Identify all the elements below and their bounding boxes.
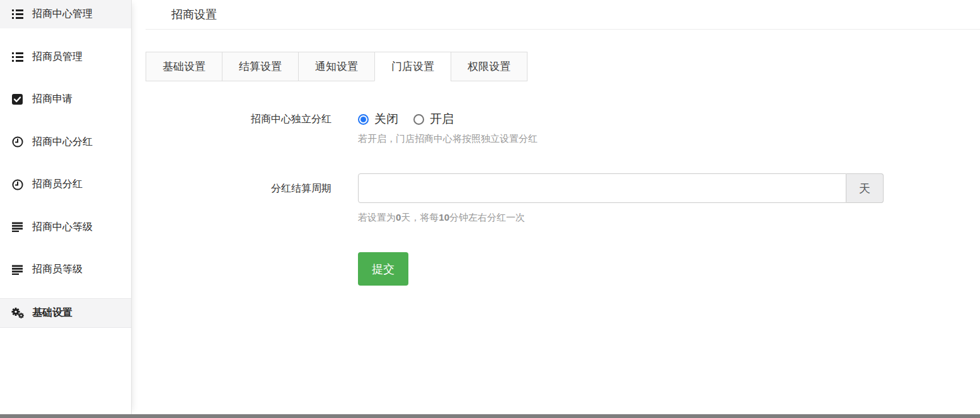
breadcrumb: 招商设置 bbox=[146, 0, 980, 30]
independent-dividend-radio-group: 关闭 开启 bbox=[358, 112, 538, 127]
tab-settlement-settings[interactable]: 结算设置 bbox=[222, 52, 299, 81]
sidebar-item-merchant-center-management[interactable]: 招商中心管理 bbox=[0, 0, 131, 28]
main-content: 招商设置 基础设置 结算设置 通知设置 门店设置 权限设置 招商中心独立分红 关… bbox=[132, 0, 980, 286]
independent-dividend-help: 若开启，门店招商中心将按照独立设置分红 bbox=[358, 133, 538, 144]
store-settings-form: 招商中心独立分红 关闭 开启 若开启，门店招商中心将按照独立设置分红 分红结算周… bbox=[132, 112, 980, 286]
settlement-cycle-label: 分红结算周期 bbox=[132, 173, 331, 223]
radio-unselected-icon[interactable] bbox=[413, 114, 424, 125]
submit-button[interactable]: 提交 bbox=[358, 252, 408, 286]
sidebar-item-label: 基础设置 bbox=[32, 306, 72, 320]
radio-option-off[interactable]: 关闭 bbox=[358, 111, 398, 127]
sidebar-item-label: 招商中心分红 bbox=[32, 136, 93, 149]
sidebar-item-merchant-center-level[interactable]: 招商中心等级 bbox=[0, 213, 131, 241]
help-text-part: 分钟左右分红一次 bbox=[449, 212, 525, 223]
tab-notification-settings[interactable]: 通知设置 bbox=[298, 52, 375, 81]
bottom-scrollbar[interactable] bbox=[0, 414, 980, 418]
sidebar-item-merchant-staff-dividend[interactable]: 招商员分红 bbox=[0, 170, 131, 199]
sidebar-item-merchant-staff-management[interactable]: 招商员管理 bbox=[0, 43, 131, 71]
tab-basic-settings[interactable]: 基础设置 bbox=[146, 52, 222, 81]
list-icon bbox=[11, 52, 24, 62]
clock-icon bbox=[11, 136, 24, 148]
radio-selected-icon[interactable] bbox=[358, 114, 369, 125]
radio-option-label: 开启 bbox=[430, 111, 454, 127]
sidebar-item-merchant-center-dividend[interactable]: 招商中心分红 bbox=[0, 128, 131, 156]
sidebar-item-label: 招商中心管理 bbox=[32, 8, 93, 21]
align-left-icon bbox=[11, 222, 24, 232]
help-text-part: 天，将每 bbox=[401, 212, 439, 223]
sidebar-item-label: 招商员分红 bbox=[32, 178, 83, 191]
cogs-icon bbox=[11, 307, 24, 318]
settlement-cycle-input[interactable] bbox=[358, 173, 846, 203]
sidebar: 招商中心管理 招商员管理 招商申请 招商中心分红 bbox=[0, 0, 132, 414]
list-icon bbox=[11, 9, 24, 20]
align-left-icon bbox=[11, 265, 24, 275]
radio-option-label: 关闭 bbox=[374, 111, 398, 127]
settings-tabs: 基础设置 结算设置 通知设置 门店设置 权限设置 bbox=[146, 52, 980, 81]
sidebar-item-label: 招商员管理 bbox=[32, 50, 83, 64]
sidebar-item-label: 招商申请 bbox=[32, 93, 72, 106]
radio-option-on[interactable]: 开启 bbox=[413, 111, 454, 127]
sidebar-item-label: 招商员等级 bbox=[32, 263, 83, 276]
sidebar-item-label: 招商中心等级 bbox=[32, 221, 93, 234]
check-square-icon bbox=[11, 94, 24, 105]
tab-store-settings[interactable]: 门店设置 bbox=[374, 52, 451, 81]
settlement-cycle-help: 若设置为0天，将每10分钟左右分红一次 bbox=[358, 212, 884, 223]
independent-dividend-label: 招商中心独立分红 bbox=[132, 112, 331, 144]
tab-permission-settings[interactable]: 权限设置 bbox=[451, 52, 527, 81]
clock-icon bbox=[11, 179, 24, 190]
sidebar-item-merchant-application[interactable]: 招商申请 bbox=[0, 85, 131, 113]
sidebar-item-basic-settings[interactable]: 基础设置 bbox=[0, 298, 131, 328]
unit-addon: 天 bbox=[846, 173, 884, 203]
settlement-cycle-input-group: 天 bbox=[358, 173, 884, 203]
page-title: 招商设置 bbox=[171, 7, 217, 22]
sidebar-item-merchant-staff-level[interactable]: 招商员等级 bbox=[0, 255, 131, 284]
independent-dividend-row: 招商中心独立分红 关闭 开启 若开启，门店招商中心将按照独立设置分红 bbox=[132, 112, 980, 144]
help-number: 10 bbox=[439, 212, 449, 223]
help-text-part: 若设置为 bbox=[358, 212, 396, 223]
settlement-cycle-row: 分红结算周期 天 若设置为0天，将每10分钟左右分红一次 bbox=[132, 173, 980, 223]
